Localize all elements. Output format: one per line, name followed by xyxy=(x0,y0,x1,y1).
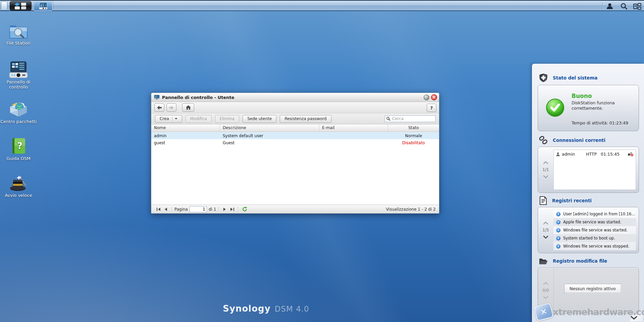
table-search-box[interactable] xyxy=(385,115,436,122)
sede-utente-button[interactable]: Sede utente xyxy=(243,115,276,123)
system-status-description: DiskStation funziona correttamente. xyxy=(572,100,635,111)
search-input[interactable] xyxy=(391,116,434,121)
show-desktop-button[interactable] xyxy=(1,1,7,10)
desktop-icon-file-station[interactable]: File Station xyxy=(0,20,37,46)
close-button[interactable] xyxy=(431,94,437,100)
column-header-stato[interactable]: Stato xyxy=(388,124,439,131)
shield-health-icon xyxy=(539,73,548,82)
last-page-icon xyxy=(230,207,234,211)
close-icon xyxy=(433,96,435,99)
log-text: System started to boot up. xyxy=(563,236,615,240)
crea-label: Crea xyxy=(160,116,169,121)
column-header-email[interactable]: E-mail xyxy=(319,124,388,131)
log-entry[interactable]: Windows file service was stopped. xyxy=(553,242,636,250)
system-status-card: Buono DiskStation funziona correttamente… xyxy=(538,85,639,131)
page-down-button[interactable] xyxy=(543,296,548,299)
resistenza-password-button[interactable]: Resistenza password xyxy=(280,115,331,123)
disconnect-button[interactable] xyxy=(628,152,633,156)
statusbar-separator xyxy=(238,207,238,212)
widget-title: Stato del sistema xyxy=(553,75,597,80)
column-header-nome[interactable]: Nome xyxy=(151,124,220,131)
log-entry[interactable]: System started to boot up. xyxy=(553,234,636,242)
back-button[interactable] xyxy=(154,103,164,112)
desktop-icon-centro-pacchetti[interactable]: Centro pacchetti xyxy=(0,99,37,124)
cell-nome: guest xyxy=(151,141,220,145)
cell-stato: Disabilitato xyxy=(388,141,439,145)
log-entry[interactable]: Apple file service was started. xyxy=(553,218,636,226)
log-document-icon xyxy=(539,196,547,205)
control-panel-desktop-icon xyxy=(8,59,29,78)
forward-button[interactable] xyxy=(166,103,176,112)
connection-protocol: HTTP xyxy=(586,152,597,157)
table-body: admin System default user Normale guest … xyxy=(151,132,439,205)
panel-collapse-button[interactable] xyxy=(625,314,643,321)
desktop-icon-avvio-veloce[interactable]: Avvio veloce xyxy=(0,172,37,198)
search-icon xyxy=(620,3,628,10)
resistenza-password-label: Resistenza password xyxy=(284,116,326,121)
user-menu-button[interactable] xyxy=(604,2,616,10)
widget-title: Registro modifica file xyxy=(553,258,607,264)
disconnect-plug-icon xyxy=(628,152,633,156)
log-text: Apple file service was started. xyxy=(563,220,621,224)
desktop-icon-pannello-di-controllo[interactable]: Pannello di controllo xyxy=(0,59,37,90)
page-up-button[interactable] xyxy=(543,161,548,164)
sede-utente-label: Sede utente xyxy=(247,116,272,121)
elimina-label: Elimina xyxy=(220,116,234,121)
next-page-button[interactable] xyxy=(221,206,228,212)
global-search-button[interactable] xyxy=(618,2,630,10)
help-book-icon: ? xyxy=(8,136,29,155)
desktop-icon-label: Pannello di controllo xyxy=(0,80,37,90)
connection-time: 01:15:45 xyxy=(601,152,620,157)
next-page-icon xyxy=(223,207,226,211)
refresh-button[interactable] xyxy=(241,206,248,212)
page-up-button[interactable] xyxy=(543,221,548,224)
widget-title: Connessioni correnti xyxy=(553,138,605,143)
uptime-text: Tempo di attività: 01:23:49 xyxy=(572,120,628,125)
user-icon xyxy=(556,152,560,156)
recent-logs-card: 1/5 User [admin] logged in from [10.16..… xyxy=(538,207,639,253)
log-entry[interactable]: User [admin] logged in from [10.16... xyxy=(553,210,636,218)
last-page-button[interactable] xyxy=(228,206,236,212)
connections-pager-rail: 1/1 xyxy=(538,147,553,193)
no-active-log-message: Nessun registro attivo xyxy=(564,284,621,293)
info-icon xyxy=(556,236,560,240)
first-page-button[interactable] xyxy=(155,206,162,212)
info-icon xyxy=(556,212,560,216)
page-up-button[interactable] xyxy=(543,282,548,285)
file-log-pager-rail: 0/0 xyxy=(538,268,554,313)
refresh-icon xyxy=(242,207,247,212)
system-status-header: Stato del sistema xyxy=(539,73,638,82)
user-icon xyxy=(606,3,613,9)
page-down-button[interactable] xyxy=(543,175,548,178)
desktop-icon-guida-dsm[interactable]: ? Guida DSM xyxy=(0,136,37,161)
desktop-icon-label: Avvio veloce xyxy=(0,193,37,198)
table-row-guest[interactable]: guest Guest Disabilitato xyxy=(151,139,439,146)
previous-page-button[interactable] xyxy=(162,206,169,212)
window-titlebar[interactable]: Pannello di controllo - Utente xyxy=(151,93,439,102)
desktop-icon-label: Guida DSM xyxy=(0,156,37,161)
logs-pager-rail: 1/5 xyxy=(538,207,553,253)
minimize-button[interactable] xyxy=(424,95,429,100)
main-menu-button[interactable] xyxy=(10,1,32,11)
elimina-button[interactable]: Elimina xyxy=(215,115,239,123)
crea-button[interactable]: Crea xyxy=(155,115,182,123)
connection-user: admin xyxy=(562,152,586,157)
page-down-button[interactable] xyxy=(543,236,548,239)
help-button[interactable]: ? xyxy=(427,104,436,112)
column-header-descrizione[interactable]: Descrizione xyxy=(220,124,319,131)
chevron-down-icon xyxy=(175,118,177,119)
modifica-button[interactable]: Modifica xyxy=(185,115,212,123)
logs-pager: 1/5 xyxy=(542,228,549,232)
recent-logs-header: Registri recenti xyxy=(539,196,638,205)
taskbar-item-control-panel[interactable] xyxy=(34,1,53,11)
home-button[interactable] xyxy=(182,103,194,112)
pilot-view-button[interactable] xyxy=(631,2,643,10)
statusbar-separator xyxy=(218,207,219,212)
home-icon xyxy=(186,105,191,110)
previous-page-icon xyxy=(164,207,167,211)
log-entry[interactable]: Windows file service was started. xyxy=(553,226,636,234)
table-row-admin[interactable]: admin System default user Normale xyxy=(151,132,439,139)
window-title-icon xyxy=(154,95,160,100)
page-number-input[interactable] xyxy=(190,206,207,212)
connection-row[interactable]: admin HTTP 01:15:45 xyxy=(554,150,636,158)
